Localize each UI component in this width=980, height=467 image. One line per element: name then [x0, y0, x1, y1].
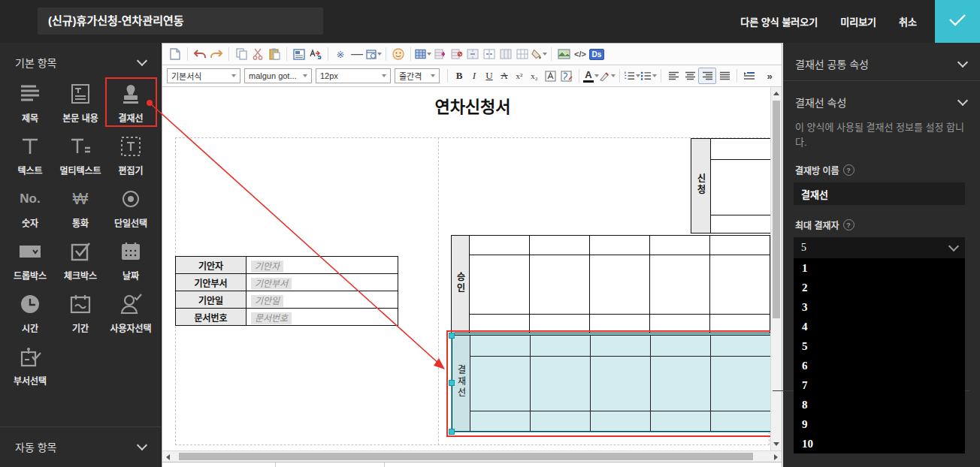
scroll-up-arrow[interactable]	[773, 92, 779, 95]
insert-table-icon[interactable]	[415, 47, 431, 62]
paste-icon[interactable]	[266, 47, 283, 62]
find-replace-icon[interactable]	[307, 47, 324, 62]
help-icon[interactable]: ?	[843, 219, 854, 230]
char-style-icon[interactable]	[542, 68, 558, 83]
drafter-row-value[interactable]: 문서번호	[247, 309, 398, 326]
vertical-scroll-thumb[interactable]	[773, 101, 780, 318]
horizontal-scroll-thumb[interactable]	[179, 453, 753, 460]
insert-row-icon[interactable]	[431, 47, 448, 62]
canvas-horizontal-scrollbar[interactable]	[162, 450, 782, 462]
drafter-row-value[interactable]: 기안자	[247, 257, 398, 274]
sidebar-item-single-select[interactable]: 단일선택	[107, 184, 156, 230]
table-cell[interactable]	[711, 160, 771, 215]
ds-icon[interactable]: Ds	[588, 47, 605, 62]
underline-button[interactable]: U	[482, 68, 497, 83]
redo-icon[interactable]	[208, 47, 225, 62]
font-color-button[interactable]: A	[583, 69, 594, 83]
bullet-list-icon[interactable]	[640, 68, 657, 83]
undo-icon[interactable]	[192, 47, 208, 62]
drafter-row-value[interactable]: 기안부서	[247, 274, 398, 291]
selection-handle[interactable]	[449, 333, 455, 339]
auto-items-section-header[interactable]: 자동 항목	[0, 427, 161, 460]
table-cell[interactable]	[711, 139, 771, 160]
option-4[interactable]: 4	[794, 317, 965, 336]
approval-line-properties-header[interactable]: 결재선 속성	[783, 81, 980, 119]
italic-button[interactable]: I	[467, 68, 482, 83]
option-7[interactable]: 7	[794, 375, 965, 395]
selection-handle[interactable]	[449, 429, 455, 435]
toolbar-overflow-button[interactable]: »	[762, 68, 777, 83]
sidebar-item-user-select[interactable]: 사용자선택	[107, 289, 156, 336]
approve-sign-table[interactable]: 승인	[451, 235, 770, 333]
special-char-icon[interactable]: ※	[332, 47, 349, 62]
superscript-button[interactable]: x²	[512, 68, 527, 83]
cell-color-icon[interactable]	[531, 47, 547, 62]
preview-frame-icon[interactable]	[291, 47, 307, 62]
sidebar-item-body-content[interactable]: 본문 내용	[56, 79, 105, 125]
sidebar-item-period[interactable]: 기간	[56, 289, 105, 336]
split-cell-icon[interactable]	[481, 47, 498, 62]
drafter-row-value[interactable]: 기안일	[247, 291, 398, 309]
option-5[interactable]: 5	[794, 336, 965, 356]
align-left-icon[interactable]	[665, 68, 682, 83]
document-title[interactable]: 연차신청서	[175, 93, 770, 117]
max-approver-select[interactable]: 5	[794, 237, 965, 258]
delete-row-icon[interactable]	[448, 47, 464, 62]
sidebar-item-currency[interactable]: ₩ 통화	[56, 184, 105, 230]
scroll-down-arrow[interactable]	[773, 442, 779, 446]
html-code-icon[interactable]: </>	[572, 47, 588, 62]
selection-handle[interactable]	[449, 380, 455, 386]
sidebar-item-time[interactable]: 시간	[6, 289, 55, 336]
option-9[interactable]: 9	[794, 414, 965, 434]
sidebar-item-date[interactable]: 날짜	[107, 237, 156, 283]
drafter-info-table[interactable]: 기안자 기안자 기안부서 기안부서 기안일 기안일 문서번호 문서번호	[175, 256, 398, 326]
new-document-icon[interactable]	[167, 47, 183, 62]
strikethrough-button[interactable]: A	[497, 68, 512, 83]
sidebar-item-number[interactable]: No. 숫자	[6, 184, 55, 230]
emoticon-icon[interactable]	[390, 47, 407, 62]
help-icon[interactable]: ?	[843, 164, 854, 176]
approval-line-table[interactable]: 결재선	[452, 335, 771, 432]
document-canvas[interactable]: 연차신청서 신청 기안자 기안자 기안부서 기안부서	[162, 87, 782, 450]
horizontal-line-icon[interactable]: —	[349, 47, 365, 62]
ordered-list-icon[interactable]	[624, 68, 640, 83]
highlight-color-icon[interactable]	[599, 68, 616, 83]
scroll-right-arrow[interactable]	[774, 454, 778, 460]
remove-format-icon[interactable]	[558, 68, 575, 83]
insert-image-icon[interactable]	[555, 47, 572, 62]
indent-icon[interactable]	[741, 68, 758, 83]
basic-items-section-header[interactable]: 기본 항목	[0, 43, 161, 76]
subscript-button[interactable]: x₂	[527, 68, 542, 83]
copy-icon[interactable]	[233, 47, 250, 62]
room-name-input[interactable]	[794, 182, 965, 205]
font-family-select[interactable]: malgun got...	[244, 68, 312, 83]
sidebar-item-dropbox[interactable]: 드롭박스	[6, 237, 55, 283]
load-other-form-button[interactable]: 다른 양식 불러오기	[740, 14, 818, 29]
line-spacing-select[interactable]: 줄간격	[395, 68, 440, 83]
delete-col-icon[interactable]	[514, 47, 531, 62]
bold-button[interactable]: B	[452, 68, 467, 83]
request-sign-table[interactable]: 신청	[691, 138, 771, 234]
sidebar-item-title[interactable]: 제목	[6, 79, 55, 125]
option-2[interactable]: 2	[794, 278, 965, 297]
option-1[interactable]: 1	[794, 258, 965, 278]
option-8[interactable]: 8	[794, 395, 965, 414]
align-right-icon[interactable]	[698, 68, 716, 84]
approval-line-selection[interactable]: 결재선	[446, 330, 775, 437]
sidebar-item-text[interactable]: 텍스트	[6, 131, 55, 178]
preview-button[interactable]: 미리보기	[840, 14, 876, 29]
insert-date-icon[interactable]	[365, 47, 382, 62]
option-3[interactable]: 3	[794, 297, 965, 317]
insert-col-icon[interactable]	[498, 47, 514, 62]
align-justify-icon[interactable]	[716, 68, 733, 83]
sidebar-item-editor[interactable]: 편집기	[107, 131, 156, 178]
sidebar-item-approval-line[interactable]: 결재선	[107, 79, 156, 125]
sidebar-item-multitext[interactable]: 멀티텍스트	[56, 131, 105, 178]
merge-cell-icon[interactable]	[464, 47, 481, 62]
sidebar-item-dept-select[interactable]: 부서선택	[6, 342, 55, 388]
sidebar-item-checkbox[interactable]: 체크박스	[56, 237, 105, 283]
form-title-input[interactable]: (신규)휴가신청-연차관리연동	[38, 8, 323, 35]
option-10[interactable]: 10	[794, 434, 965, 453]
font-size-select[interactable]: 12px	[316, 68, 391, 83]
canvas-vertical-scrollbar[interactable]	[770, 87, 782, 450]
